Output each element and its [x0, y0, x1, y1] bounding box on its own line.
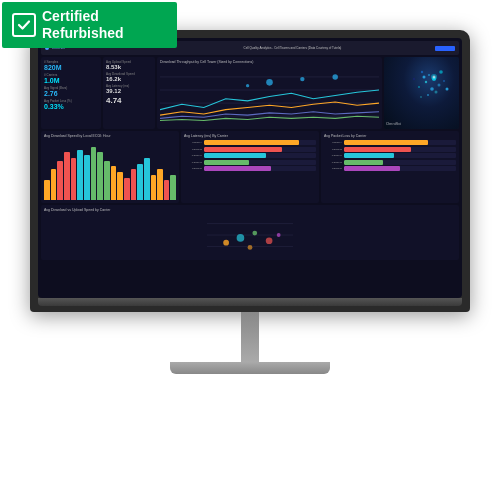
stat-latency: Avg Latency (ms) 39.12 — [106, 84, 152, 94]
latency-bars: Carrier A Carrier B Carrier C — [184, 140, 316, 173]
svg-point-19 — [439, 70, 443, 74]
monitor-bottom-bar — [38, 298, 462, 306]
download-speed-bars — [44, 140, 176, 200]
svg-point-14 — [430, 87, 434, 91]
stat-packet-loss: Avg Packet Loss (%) 0.33% — [44, 99, 98, 110]
monitor-screen: omni·sci Cell Quality Analytics - Cell T… — [38, 38, 462, 298]
stat-carriers-value: 1.0M — [44, 77, 98, 84]
throughput-line-chart: Download Throughput by Cell Tower (Sized… — [157, 57, 382, 129]
svg-point-21 — [446, 88, 449, 91]
scatter-title: Avg Download vs Upload Speed by Carrier — [44, 208, 456, 212]
badge-line2: Refurbished — [42, 25, 124, 41]
dashboard-row2: Avg Download Speed by Local ECGI: Hour — [41, 131, 459, 203]
stat-download-value: 16.2k — [106, 76, 152, 82]
svg-point-16 — [443, 80, 445, 82]
map-panel: OmniSci — [384, 57, 459, 129]
dashboard-row1: # Samples 820M # Carriers 1.0M Avg Signa… — [41, 57, 459, 129]
latency-bar-chart: Avg Latency (ms) By Carrier Carrier A Ca… — [181, 131, 319, 203]
monitor-neck — [241, 312, 259, 362]
svg-point-24 — [433, 76, 436, 79]
speed-stats-panel: Avg Upload Speed 8.53k Avg Download Spee… — [103, 57, 155, 129]
svg-point-12 — [438, 84, 441, 87]
check-icon — [12, 13, 36, 37]
stat-carriers: # Carriers 1.0M — [44, 73, 98, 84]
packet-loss-bars: Carrier A Carrier B Carrier C — [324, 140, 456, 173]
header-action-btn[interactable] — [435, 46, 455, 51]
stat-packet-loss-value: 0.33% — [44, 103, 98, 110]
latency-chart-title: Avg Latency (ms) By Carrier — [184, 134, 316, 138]
svg-point-29 — [223, 240, 229, 246]
svg-point-34 — [248, 245, 253, 250]
monitor: omni·sci Cell Quality Analytics - Cell T… — [20, 30, 480, 480]
certified-refurbished-badge: Certified Refurbished — [2, 2, 177, 48]
svg-text:OmniSci: OmniSci — [386, 121, 401, 126]
svg-point-6 — [332, 74, 337, 79]
svg-point-22 — [420, 96, 422, 98]
stat-latency-value: 39.12 — [106, 88, 152, 94]
stat-upload-value: 8.53k — [106, 64, 152, 70]
badge-label: Certified Refurbished — [42, 8, 124, 42]
svg-point-7 — [246, 84, 249, 87]
svg-point-17 — [435, 91, 438, 94]
stats-panel: # Samples 820M # Carriers 1.0M Avg Signa… — [41, 57, 101, 129]
svg-point-15 — [421, 71, 423, 73]
packet-loss-bar-chart: Avg Packet Loss by Carrier Carrier A Car… — [321, 131, 459, 203]
svg-point-32 — [266, 237, 273, 244]
stat-extra: 4.74 — [106, 96, 152, 105]
svg-point-5 — [300, 77, 304, 81]
svg-point-30 — [237, 234, 245, 242]
stat-samples: # Samples 820M — [44, 60, 98, 71]
svg-point-9 — [428, 74, 430, 76]
svg-point-11 — [425, 81, 427, 83]
stat-upload: Avg Upload Speed 8.53k — [106, 60, 152, 70]
svg-point-33 — [277, 233, 281, 237]
scatter-panel: Avg Download vs Upload Speed by Carrier — [41, 205, 459, 260]
packet-loss-chart-title: Avg Packet Loss by Carrier — [324, 134, 456, 138]
dashboard: omni·sci Cell Quality Analytics - Cell T… — [38, 38, 462, 298]
monitor-body: omni·sci Cell Quality Analytics - Cell T… — [30, 30, 470, 312]
badge-line1: Certified — [42, 8, 99, 24]
svg-point-8 — [423, 76, 426, 79]
stat-samples-value: 820M — [44, 64, 98, 71]
throughput-chart-area — [160, 66, 379, 126]
map-visualization: OmniSci — [384, 57, 459, 129]
stat-signal-value: 2.76 — [44, 90, 98, 97]
svg-point-31 — [252, 231, 257, 236]
download-speed-bar-chart: Avg Download Speed by Local ECGI: Hour — [41, 131, 179, 203]
download-speed-chart-title: Avg Download Speed by Local ECGI: Hour — [44, 134, 176, 138]
dashboard-row3: Avg Download vs Upload Speed by Carrier — [41, 205, 459, 260]
stat-extra-value: 4.74 — [106, 96, 152, 105]
svg-point-18 — [427, 94, 429, 96]
stat-signal: Avg Signal (Bars) 2.76 — [44, 86, 98, 97]
svg-point-4 — [266, 79, 273, 86]
svg-point-13 — [418, 86, 420, 88]
dashboard-title: Cell Quality Analytics - Cell Towers and… — [244, 46, 433, 50]
throughput-chart-title: Download Throughput by Cell Tower (Sized… — [160, 60, 379, 64]
monitor-base — [170, 362, 330, 374]
stat-download: Avg Download Speed 16.2k — [106, 72, 152, 82]
scatter-area — [44, 214, 456, 257]
svg-point-20 — [413, 78, 415, 80]
